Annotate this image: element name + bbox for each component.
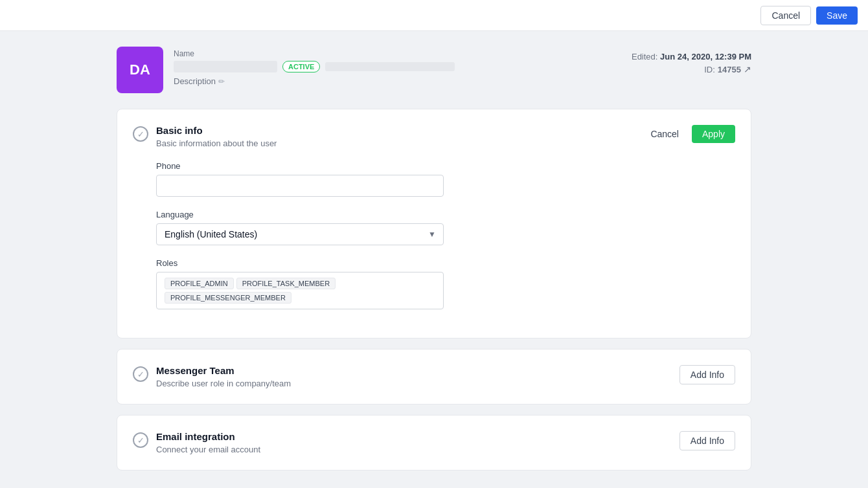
messenger-team-header: ✓ Messenger Team Describe user role in c… [133,365,735,388]
external-link-icon[interactable]: ↗ [744,64,751,74]
basic-info-cancel-button[interactable]: Cancel [643,125,687,143]
messenger-team-title-group: Messenger Team Describe user role in com… [156,365,291,388]
role-tag-admin: PROFILE_ADMIN [165,278,234,289]
messenger-team-add-info-button[interactable]: Add Info [680,365,735,384]
description-label: Description [174,76,216,86]
roles-group: Roles PROFILE_ADMIN PROFILE_TASK_MEMBER … [156,258,444,309]
page-content: DA Name ACTIVE Description ✏ Edited: Jun… [91,31,777,488]
messenger-team-header-left: ✓ Messenger Team Describe user role in c… [133,365,291,388]
edited-label: Edited: [632,52,657,61]
language-select[interactable]: English (United States) Spanish French G… [156,223,444,245]
id-label: ID: [704,65,715,74]
email-integration-actions: Add Info [680,431,735,450]
basic-info-card: ✓ Basic info Basic information about the… [117,109,751,338]
user-name-row: ACTIVE [174,61,455,72]
messenger-team-check-icon: ✓ [133,366,148,382]
cancel-button[interactable]: Cancel [760,6,811,25]
email-integration-title-group: Email integration Connect your email acc… [156,431,260,454]
user-header-left: DA Name ACTIVE Description ✏ [117,47,455,93]
messenger-team-actions: Add Info [680,365,735,384]
phone-group: Phone [156,161,444,197]
id-value: 14755 [718,65,741,74]
name-label: Name [174,49,455,58]
user-header: DA Name ACTIVE Description ✏ Edited: Jun… [117,47,751,93]
basic-info-header-left: ✓ Basic info Basic information about the… [133,125,277,148]
basic-info-form: Phone Language English (United States) S… [133,161,444,309]
basic-info-check-icon: ✓ [133,126,148,142]
status-badge: ACTIVE [282,61,320,72]
email-integration-header: ✓ Email integration Connect your email a… [133,431,735,454]
edited-date-value: Jun 24, 2020, 12:39 PM [660,52,751,61]
roles-container[interactable]: PROFILE_ADMIN PROFILE_TASK_MEMBER PROFIL… [156,272,444,309]
messenger-team-title: Messenger Team [156,365,291,376]
phone-label: Phone [156,161,444,171]
language-group: Language English (United States) Spanish… [156,210,444,245]
messenger-team-subtitle: Describe user role in company/team [156,379,291,388]
top-bar: Cancel Save [0,0,868,31]
language-select-wrapper: English (United States) Spanish French G… [156,223,444,245]
role-tag-task: PROFILE_TASK_MEMBER [236,278,336,289]
phone-input[interactable] [156,175,444,197]
edit-date: Edited: Jun 24, 2020, 12:39 PM [632,52,751,61]
avatar: DA [117,47,163,93]
messenger-team-card: ✓ Messenger Team Describe user role in c… [117,349,751,405]
id-row: ID: 14755 ↗ [632,64,751,74]
basic-info-subtitle: Basic information about the user [156,139,277,148]
basic-info-header: ✓ Basic info Basic information about the… [133,125,735,148]
email-integration-header-left: ✓ Email integration Connect your email a… [133,431,260,454]
email-integration-check-icon: ✓ [133,432,148,448]
basic-info-title: Basic info [156,125,277,136]
edit-description-icon[interactable]: ✏ [218,77,225,86]
user-name-text [174,61,277,72]
basic-info-actions: Cancel Apply [643,125,735,143]
language-label: Language [156,210,444,219]
role-tag-messenger: PROFILE_MESSENGER_MEMBER [165,292,291,304]
user-header-right: Edited: Jun 24, 2020, 12:39 PM ID: 14755… [632,47,751,74]
basic-info-apply-button[interactable]: Apply [692,125,735,143]
user-info: Name ACTIVE Description ✏ [174,47,455,86]
email-integration-title: Email integration [156,431,260,442]
save-button[interactable]: Save [816,6,858,25]
user-email-text [325,62,455,71]
email-integration-add-info-button[interactable]: Add Info [680,431,735,450]
roles-label: Roles [156,258,444,268]
basic-info-title-group: Basic info Basic information about the u… [156,125,277,148]
description-row: Description ✏ [174,76,455,86]
email-integration-subtitle: Connect your email account [156,445,260,454]
email-integration-card: ✓ Email integration Connect your email a… [117,415,751,471]
